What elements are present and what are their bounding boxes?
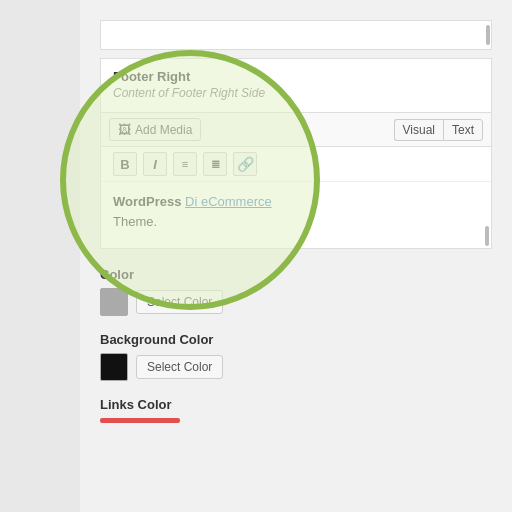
color-row-2: Select Color: [100, 353, 492, 381]
scroll-indicator-editor: [485, 226, 489, 246]
ordered-list-button[interactable]: ≣: [203, 152, 227, 176]
color-section-background: Background Color Select Color: [100, 332, 492, 381]
italic-button[interactable]: I: [143, 152, 167, 176]
field-label: Footer Right: [113, 69, 479, 84]
select-color-button-2[interactable]: Select Color: [136, 355, 223, 379]
toolbar: 🖼 Add Media Visual Text: [101, 112, 491, 147]
text-tab[interactable]: Text: [443, 119, 483, 141]
color-swatch-2: [100, 353, 128, 381]
content-link[interactable]: Di eCommerce: [185, 194, 272, 209]
editor-panel: Footer Right Content of Footer Right Sid…: [100, 58, 492, 249]
content-suffix: Theme.: [113, 214, 157, 229]
select-color-button-1[interactable]: Select Color: [136, 290, 223, 314]
links-color-bar: [100, 418, 180, 423]
scroll-indicator-top: [486, 25, 490, 45]
unordered-list-button[interactable]: ≡: [173, 152, 197, 176]
field-description: Content of Footer Right Side: [113, 86, 479, 100]
add-media-icon: 🖼: [118, 122, 131, 137]
link-button[interactable]: 🔗: [233, 152, 257, 176]
background-color-label: Background Color: [100, 332, 492, 347]
format-toolbar: B I ≡ ≣ 🔗: [101, 147, 491, 182]
main-panel: Footer Right Content of Footer Right Sid…: [80, 0, 512, 512]
editor-header: Footer Right Content of Footer Right Sid…: [101, 59, 491, 112]
bold-button[interactable]: B: [113, 152, 137, 176]
color-row-1: Select Color: [100, 288, 492, 316]
color-swatch-1: [100, 288, 128, 316]
color-section-color: Color Select Color: [100, 267, 492, 316]
content-bold: WordPress: [113, 194, 185, 209]
add-media-button[interactable]: 🖼 Add Media: [109, 118, 201, 141]
color-section-label: Color: [100, 267, 492, 282]
color-section-links: Links Color: [100, 397, 492, 423]
visual-tab[interactable]: Visual: [394, 119, 443, 141]
add-media-label: Add Media: [135, 123, 192, 137]
editor-bottom: [101, 242, 491, 248]
top-panel-strip: [100, 20, 492, 50]
links-color-label: Links Color: [100, 397, 492, 412]
editor-content[interactable]: WordPress Di eCommerce Theme.: [101, 182, 491, 242]
tab-group: Visual Text: [394, 119, 483, 141]
